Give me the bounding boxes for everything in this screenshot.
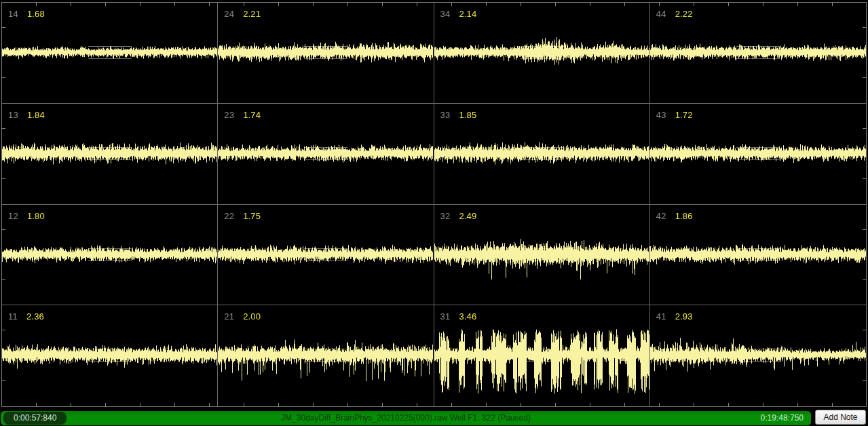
channel-id-label: 13 — [8, 110, 18, 120]
channel-value-label: 2.00 — [243, 311, 261, 322]
channel-cell-33[interactable]: 331.85 — [434, 104, 650, 205]
channel-value-label: 1.74 — [243, 110, 261, 120]
channel-labels: 342.14 — [440, 9, 477, 19]
channel-value-label: 2.93 — [675, 311, 693, 322]
channel-cell-11[interactable]: 112.36 — [2, 305, 218, 406]
channel-labels: 121.80 — [8, 211, 45, 221]
channel-cell-31[interactable]: 313.46 — [434, 305, 650, 406]
channel-id-label: 11 — [8, 311, 18, 322]
channel-id-label: 22 — [224, 211, 234, 221]
channel-labels: 231.74 — [224, 110, 261, 120]
channel-value-label: 2.22 — [675, 9, 693, 19]
channel-value-label: 2.36 — [26, 311, 44, 322]
app-window: 141.68242.21342.14442.22131.84231.74331.… — [0, 0, 868, 426]
channel-value-label: 1.84 — [27, 110, 45, 120]
channel-cell-42[interactable]: 421.86 — [650, 205, 866, 306]
channel-value-label: 1.68 — [27, 9, 45, 19]
channel-cell-41[interactable]: 412.93 — [650, 305, 866, 406]
channel-cell-44[interactable]: 442.22 — [650, 3, 866, 104]
channel-value-label: 2.49 — [459, 211, 476, 221]
channel-labels: 212.00 — [224, 311, 261, 322]
channel-id-label: 33 — [440, 110, 451, 120]
channel-value-label: 3.46 — [459, 311, 476, 322]
channel-labels: 431.72 — [656, 110, 693, 120]
channel-cell-23[interactable]: 231.74 — [218, 104, 434, 205]
channel-cell-21[interactable]: 212.00 — [218, 305, 434, 406]
channel-id-label: 34 — [440, 9, 451, 19]
channel-value-label: 1.72 — [675, 110, 693, 120]
channel-value-label: 1.85 — [459, 110, 476, 120]
add-note-button[interactable]: Add Note — [815, 410, 866, 425]
channel-value-label: 1.86 — [675, 211, 693, 221]
channel-value-label: 2.21 — [243, 9, 261, 19]
channel-cell-34[interactable]: 342.14 — [434, 3, 650, 104]
channel-id-label: 14 — [8, 9, 18, 19]
channel-cell-43[interactable]: 431.72 — [650, 104, 866, 205]
channel-id-label: 24 — [224, 9, 234, 19]
channel-labels: 242.21 — [224, 9, 261, 19]
channel-labels: 412.93 — [656, 311, 693, 322]
channel-labels: 313.46 — [440, 311, 477, 322]
channel-labels: 221.75 — [224, 211, 261, 221]
channel-labels: 442.22 — [656, 9, 693, 19]
channel-labels: 131.84 — [8, 110, 45, 120]
channel-labels: 112.36 — [8, 311, 44, 322]
channel-value-label: 2.14 — [459, 9, 476, 19]
channel-value-label: 1.80 — [27, 211, 45, 221]
channel-cell-24[interactable]: 242.21 — [218, 3, 434, 104]
recording-title: JM_30dayDiff_BrainPhys_20210225(000).raw… — [1, 411, 811, 425]
channel-id-label: 43 — [656, 110, 666, 120]
channel-id-label: 21 — [224, 311, 234, 322]
channel-cell-12[interactable]: 121.80 — [2, 205, 218, 306]
channel-cell-13[interactable]: 131.84 — [2, 104, 218, 205]
channel-id-label: 32 — [440, 211, 451, 221]
channel-id-label: 12 — [8, 211, 18, 221]
channel-id-label: 31 — [440, 311, 451, 322]
channel-cell-14[interactable]: 141.68 — [2, 3, 218, 104]
channel-labels: 141.68 — [8, 9, 45, 19]
channel-grid: 141.68242.21342.14442.22131.84231.74331.… — [1, 2, 867, 407]
channel-value-label: 1.75 — [243, 211, 261, 221]
channel-labels: 322.49 — [440, 211, 477, 221]
channel-id-label: 42 — [656, 211, 666, 221]
channel-id-label: 23 — [224, 110, 234, 120]
channel-id-label: 41 — [656, 311, 666, 322]
status-bar: 0:00:57:840 JM_30dayDiff_BrainPhys_20210… — [0, 407, 868, 426]
channel-cell-22[interactable]: 221.75 — [218, 205, 434, 306]
total-time-label: 0:19:48:750 — [761, 411, 804, 425]
progress-bar[interactable]: 0:00:57:840 JM_30dayDiff_BrainPhys_20210… — [1, 411, 811, 425]
channel-id-label: 44 — [656, 9, 666, 19]
channel-cell-32[interactable]: 322.49 — [434, 205, 650, 306]
channel-labels: 331.85 — [440, 110, 477, 120]
channel-labels: 421.86 — [656, 211, 693, 221]
